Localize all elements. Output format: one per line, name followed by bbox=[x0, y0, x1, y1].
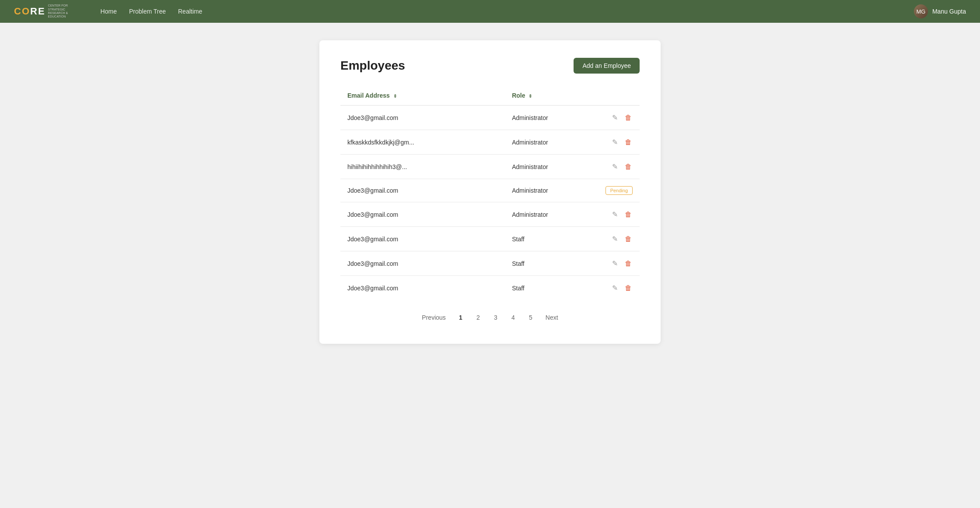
cell-role: Administrator bbox=[505, 106, 598, 130]
content-card: Employees Add an Employee Email Address … bbox=[319, 40, 661, 344]
cell-email: Jdoe3@gmail.com bbox=[340, 227, 505, 251]
navbar-right: MG Manu Gupta bbox=[914, 4, 966, 18]
pending-badge: Pending bbox=[606, 186, 633, 195]
edit-icon: ✎ bbox=[612, 284, 618, 292]
edit-button[interactable]: ✎ bbox=[611, 209, 619, 219]
logo-text: CORE bbox=[14, 6, 46, 17]
table-row: Jdoe3@gmail.comAdministrator✎🗑 bbox=[340, 106, 640, 130]
edit-icon: ✎ bbox=[612, 210, 618, 219]
user-name: Manu Gupta bbox=[932, 8, 966, 15]
col-email[interactable]: Email Address ⇕ bbox=[340, 86, 505, 106]
page-4-button[interactable]: 4 bbox=[507, 312, 519, 323]
add-employee-button[interactable]: Add an Employee bbox=[574, 58, 640, 74]
prev-button[interactable]: Previous bbox=[418, 312, 449, 323]
trash-icon: 🗑 bbox=[625, 211, 632, 219]
edit-button[interactable]: ✎ bbox=[611, 113, 619, 123]
page-3-button[interactable]: 3 bbox=[490, 312, 502, 323]
delete-button[interactable]: 🗑 bbox=[624, 138, 633, 147]
navbar-left: CORE CENTER FOR STRATEGIC RESEARCH & EDU… bbox=[14, 4, 202, 19]
nav-links: Home Problem Tree Realtime bbox=[101, 8, 203, 15]
delete-button[interactable]: 🗑 bbox=[624, 113, 633, 123]
col-role[interactable]: Role ⇕ bbox=[505, 86, 598, 106]
trash-icon: 🗑 bbox=[625, 284, 632, 292]
cell-actions: ✎🗑 bbox=[598, 130, 640, 155]
cell-actions: Pending bbox=[598, 179, 640, 202]
nav-problem-tree[interactable]: Problem Tree bbox=[129, 8, 166, 15]
delete-button[interactable]: 🗑 bbox=[624, 162, 633, 172]
logo-subtitle: CENTER FOR STRATEGIC RESEARCH & EDUCATIO… bbox=[48, 4, 83, 19]
trash-icon: 🗑 bbox=[625, 114, 632, 122]
cell-role: Administrator bbox=[505, 202, 598, 227]
edit-button[interactable]: ✎ bbox=[611, 234, 619, 244]
nav-home[interactable]: Home bbox=[101, 8, 117, 15]
page-2-button[interactable]: 2 bbox=[472, 312, 484, 323]
edit-button[interactable]: ✎ bbox=[611, 137, 619, 147]
next-button[interactable]: Next bbox=[542, 312, 562, 323]
delete-button[interactable]: 🗑 bbox=[624, 283, 633, 293]
edit-button[interactable]: ✎ bbox=[611, 162, 619, 172]
cell-actions: ✎🗑 bbox=[598, 202, 640, 227]
cell-actions: ✎🗑 bbox=[598, 106, 640, 130]
avatar: MG bbox=[914, 4, 928, 18]
nav-realtime[interactable]: Realtime bbox=[178, 8, 202, 15]
edit-icon: ✎ bbox=[612, 235, 618, 243]
cell-email: hihiihihihhihhihih3@... bbox=[340, 155, 505, 179]
page-title: Employees bbox=[340, 59, 405, 73]
trash-icon: 🗑 bbox=[625, 138, 632, 146]
sort-role-icon: ⇕ bbox=[528, 94, 532, 99]
edit-button[interactable]: ✎ bbox=[611, 283, 619, 293]
cell-email: Jdoe3@gmail.com bbox=[340, 251, 505, 276]
edit-icon: ✎ bbox=[612, 162, 618, 171]
delete-button[interactable]: 🗑 bbox=[624, 210, 633, 219]
table-row: kfkaskkdsfkkdkjkj@gm...Administrator✎🗑 bbox=[340, 130, 640, 155]
cell-role: Administrator bbox=[505, 130, 598, 155]
delete-button[interactable]: 🗑 bbox=[624, 234, 633, 244]
cell-email: Jdoe3@gmail.com bbox=[340, 276, 505, 300]
edit-button[interactable]: ✎ bbox=[611, 258, 619, 268]
cell-email: Jdoe3@gmail.com bbox=[340, 179, 505, 202]
page-wrapper: Employees Add an Employee Email Address … bbox=[0, 23, 980, 361]
cell-email: Jdoe3@gmail.com bbox=[340, 202, 505, 227]
table-row: hihiihihihhihhihih3@...Administrator✎🗑 bbox=[340, 155, 640, 179]
page-1-button[interactable]: 1 bbox=[455, 312, 467, 323]
table-row: Jdoe3@gmail.comStaff✎🗑 bbox=[340, 276, 640, 300]
trash-icon: 🗑 bbox=[625, 163, 632, 171]
pagination: Previous 1 2 3 4 5 Next bbox=[340, 312, 640, 323]
table-row: Jdoe3@gmail.comStaff✎🗑 bbox=[340, 227, 640, 251]
employee-table: Email Address ⇕ Role ⇕ Jdoe3@gmail.comAd… bbox=[340, 86, 640, 300]
edit-icon: ✎ bbox=[612, 259, 618, 268]
cell-role: Staff bbox=[505, 251, 598, 276]
cell-role: Staff bbox=[505, 227, 598, 251]
trash-icon: 🗑 bbox=[625, 260, 632, 268]
cell-email: Jdoe3@gmail.com bbox=[340, 106, 505, 130]
delete-button[interactable]: 🗑 bbox=[624, 259, 633, 268]
sort-email-icon: ⇕ bbox=[393, 94, 397, 99]
cell-role: Staff bbox=[505, 276, 598, 300]
page-5-button[interactable]: 5 bbox=[525, 312, 537, 323]
cell-email: kfkaskkdsfkkdkjkj@gm... bbox=[340, 130, 505, 155]
cell-role: Administrator bbox=[505, 179, 598, 202]
navbar: CORE CENTER FOR STRATEGIC RESEARCH & EDU… bbox=[0, 0, 980, 23]
cell-actions: ✎🗑 bbox=[598, 155, 640, 179]
table-row: Jdoe3@gmail.comAdministrator✎🗑 bbox=[340, 202, 640, 227]
table-row: Jdoe3@gmail.comAdministratorPending bbox=[340, 179, 640, 202]
cell-role: Administrator bbox=[505, 155, 598, 179]
table-header-row: Email Address ⇕ Role ⇕ bbox=[340, 86, 640, 106]
col-actions bbox=[598, 86, 640, 106]
cell-actions: ✎🗑 bbox=[598, 251, 640, 276]
edit-icon: ✎ bbox=[612, 113, 618, 122]
edit-icon: ✎ bbox=[612, 138, 618, 146]
table-row: Jdoe3@gmail.comStaff✎🗑 bbox=[340, 251, 640, 276]
cell-actions: ✎🗑 bbox=[598, 276, 640, 300]
logo: CORE CENTER FOR STRATEGIC RESEARCH & EDU… bbox=[14, 4, 83, 19]
cell-actions: ✎🗑 bbox=[598, 227, 640, 251]
page-header: Employees Add an Employee bbox=[340, 58, 640, 74]
trash-icon: 🗑 bbox=[625, 235, 632, 243]
